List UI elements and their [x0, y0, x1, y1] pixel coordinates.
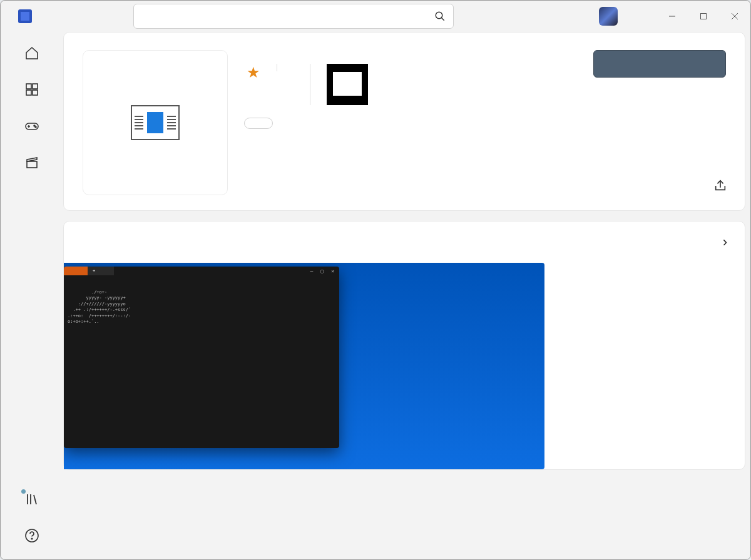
body: ★ — [1, 32, 750, 560]
svg-rect-15 — [27, 161, 37, 168]
sidebar-item-help[interactable] — [24, 528, 39, 547]
svg-rect-3 — [701, 14, 707, 19]
screenshots-strip[interactable]: +—▢✕ ./+o+- yyyyy- -yyyyyy+ ://+//////-y… — [64, 263, 745, 469]
maximize-button[interactable] — [688, 1, 719, 32]
esrb-letter — [333, 72, 362, 96]
share-button[interactable] — [713, 179, 727, 195]
window-controls — [656, 1, 750, 32]
search-icon[interactable] — [434, 11, 446, 22]
sidebar-item-movies-tv[interactable] — [24, 155, 39, 173]
terminal-ubuntu: +—▢✕ ./+o+- yyyyy- -yyyyyy+ ://+//////-y… — [64, 267, 339, 448]
terminal-tab — [64, 267, 88, 275]
star-icon: ★ — [247, 64, 260, 81]
screenshots-card: › +—▢✕ ./+o+- yyyyy- -yyyyyy+ ://+//////… — [63, 221, 745, 470]
product-action-column — [593, 50, 726, 195]
category-tag[interactable] — [244, 118, 273, 129]
svg-point-14 — [35, 126, 36, 128]
store-app-icon — [18, 9, 32, 23]
stat-ratings-count — [277, 64, 310, 71]
screenshots-header[interactable]: › — [64, 221, 745, 263]
sidebar — [1, 32, 63, 560]
product-hero-card: ★ — [63, 32, 745, 211]
svg-point-0 — [436, 12, 442, 19]
search-input[interactable] — [141, 10, 434, 23]
sidebar-item-library[interactable] — [24, 492, 39, 511]
content-scroll[interactable]: ★ — [63, 32, 750, 560]
svg-point-13 — [34, 125, 35, 126]
esrb-badge-icon — [327, 64, 368, 105]
svg-line-1 — [441, 18, 444, 21]
titlebar-right — [599, 1, 750, 32]
sidebar-item-gaming[interactable] — [24, 118, 39, 137]
user-avatar[interactable] — [599, 7, 618, 26]
svg-rect-8 — [26, 90, 31, 95]
stat-rating: ★ — [244, 64, 277, 89]
wsl-icon — [131, 105, 180, 140]
svg-rect-7 — [33, 84, 38, 89]
svg-rect-6 — [26, 84, 31, 89]
minimize-button[interactable] — [656, 1, 688, 32]
product-main: ★ — [244, 50, 577, 195]
svg-point-20 — [31, 538, 33, 539]
sidebar-item-home[interactable] — [24, 46, 39, 64]
get-button[interactable] — [593, 50, 726, 78]
chevron-right-icon[interactable]: › — [723, 234, 727, 250]
sidebar-item-apps[interactable] — [24, 82, 39, 101]
svg-line-18 — [34, 495, 36, 504]
close-button[interactable] — [719, 1, 750, 32]
search-box[interactable] — [133, 4, 454, 29]
screenshot-1[interactable]: +—▢✕ ./+o+- yyyyy- -yyyyyy+ ://+//////-y… — [64, 263, 544, 469]
search-container — [133, 4, 454, 29]
notification-dot-icon — [21, 489, 26, 494]
product-icon — [83, 50, 228, 195]
titlebar — [1, 1, 750, 32]
stat-age-rating — [310, 64, 377, 105]
product-stats: ★ — [244, 64, 577, 105]
app-window: ★ — [0, 0, 751, 560]
svg-rect-9 — [33, 90, 38, 95]
